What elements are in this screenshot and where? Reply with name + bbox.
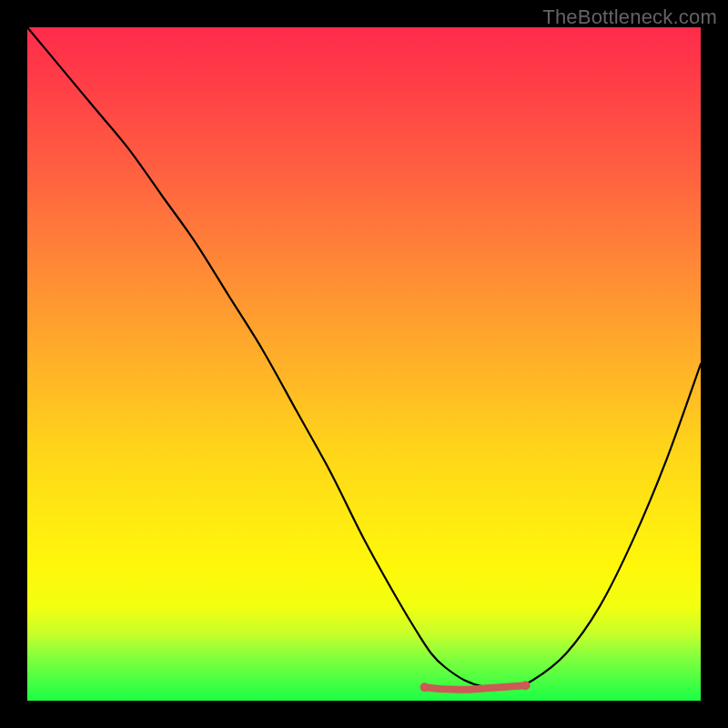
chart-svg	[27, 27, 701, 701]
tolerance-end-dot	[521, 681, 531, 690]
tolerance-start-dot	[420, 682, 430, 692]
tolerance-band	[425, 685, 526, 690]
bottleneck-curve	[27, 27, 701, 688]
chart-frame: TheBottleneck.com	[0, 0, 728, 728]
watermark-text: TheBottleneck.com	[542, 5, 717, 29]
plot-area	[27, 27, 701, 701]
